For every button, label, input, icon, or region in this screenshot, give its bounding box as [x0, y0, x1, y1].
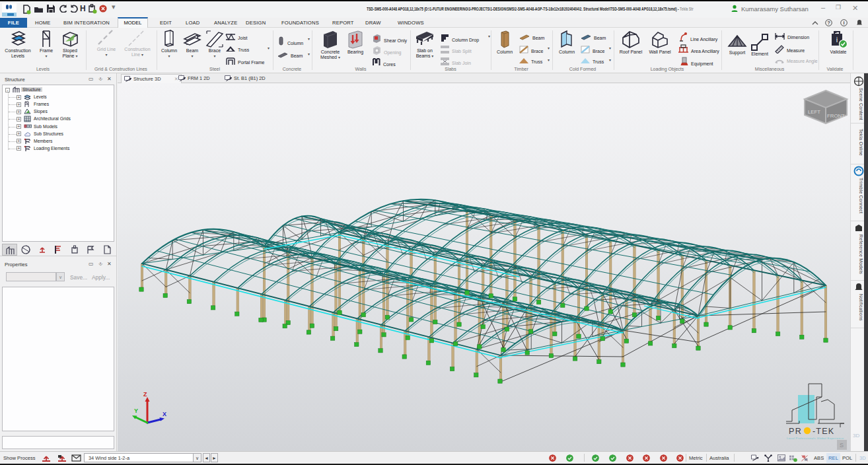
svg-text:S: S	[840, 442, 844, 448]
svg-text:Z: Z	[143, 391, 147, 398]
svg-text:X: X	[163, 411, 166, 417]
svg-text:Y: Y	[134, 408, 138, 414]
svg-text:Local Professionals Global: Local Professionals Global Experience	[787, 437, 844, 440]
svg-text:FRONT: FRONT	[827, 113, 845, 119]
svg-text:?: ?	[827, 20, 830, 26]
svg-text:LEFT: LEFT	[808, 109, 820, 115]
svg-text:-TEK: -TEK	[813, 427, 834, 436]
svg-text:PR: PR	[789, 427, 802, 436]
svg-text:i: i	[836, 36, 838, 44]
svg-text:i: i	[843, 20, 844, 26]
